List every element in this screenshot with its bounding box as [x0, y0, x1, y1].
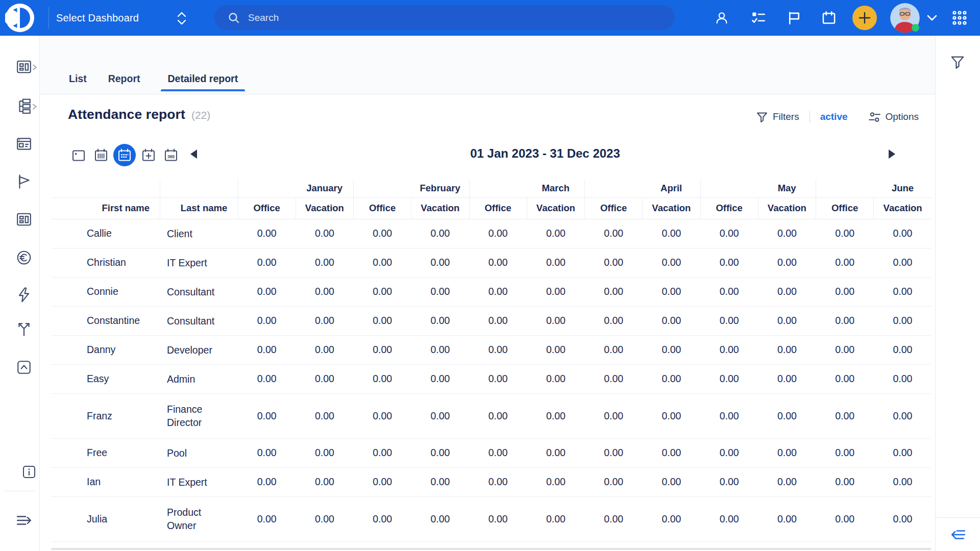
value-cell: 0.00 — [874, 335, 932, 364]
topbar-divider — [48, 7, 49, 29]
month-group-header: April — [585, 180, 701, 197]
office-header: Office — [469, 197, 527, 219]
previous-period-button[interactable] — [183, 143, 205, 165]
view-week-button[interactable] — [91, 145, 111, 165]
report-title: Attendance report — [68, 107, 185, 122]
period-row: 365 01 Jan 2023 - 31 Dec 2023 — [40, 135, 935, 181]
org-structure-icon — [16, 98, 32, 114]
search-bar[interactable] — [214, 5, 675, 30]
online-status-dot — [912, 24, 919, 32]
view-day-button[interactable] — [68, 145, 88, 165]
value-cell: 0.00 — [354, 248, 411, 277]
value-cell: 0.00 — [758, 306, 816, 335]
tasks-button[interactable] — [751, 11, 766, 25]
last-name-cell: IT Expert — [160, 248, 238, 277]
filters-button[interactable]: Filters — [756, 111, 799, 123]
chevron-right-icon[interactable] — [32, 104, 38, 110]
panel-bottom-bar — [936, 517, 980, 551]
split-arrows-icon — [16, 321, 32, 337]
active-filter-link[interactable]: active — [820, 111, 848, 122]
calendar-add-icon — [141, 147, 156, 163]
report-count: (22) — [191, 109, 210, 121]
tabs-row: List Report Detailed report — [40, 36, 935, 94]
value-cell: 0.00 — [758, 496, 816, 541]
options-button[interactable]: Options — [868, 111, 919, 123]
sidebar-item-workflows[interactable] — [16, 321, 32, 337]
value-cell: 0.00 — [469, 219, 527, 248]
tab-detailed-report[interactable]: Detailed report — [161, 73, 246, 85]
dashboard-selector-label: Select Dashboard — [56, 12, 139, 24]
value-cell: 0.00 — [643, 467, 700, 496]
right-panel — [935, 36, 980, 551]
sidebar-item-reports[interactable] — [16, 211, 32, 228]
user-button[interactable] — [715, 11, 729, 25]
power-logo-icon — [5, 3, 35, 33]
value-cell: 0.00 — [354, 438, 411, 467]
view-custom-button[interactable] — [138, 145, 158, 165]
info-button[interactable] — [21, 464, 38, 481]
sidebar-item-dashboard[interactable] — [16, 59, 32, 75]
browser-form-icon — [16, 136, 32, 152]
chevron-right-icon[interactable] — [32, 64, 38, 70]
tab-list[interactable]: List — [68, 73, 88, 85]
collapse-sidebar-button[interactable] — [16, 512, 32, 529]
value-cell: 0.00 — [469, 496, 527, 541]
sidebar-item-automation[interactable] — [16, 287, 32, 303]
value-cell: 0.00 — [816, 219, 874, 248]
first-name-cell: Christian — [51, 248, 160, 277]
value-cell: 0.00 — [411, 467, 469, 496]
search-input[interactable] — [248, 12, 636, 23]
title-row: Attendance report (22) Filters active — [40, 94, 935, 135]
last-name-cell: Finance Director — [160, 393, 238, 438]
funnel-icon — [950, 54, 965, 69]
value-cell: 0.00 — [354, 277, 411, 306]
horizontal-scrollbar[interactable] — [51, 548, 932, 550]
chevron-updown-icon[interactable] — [176, 11, 187, 26]
euro-icon — [16, 249, 32, 266]
tabs: List Report Detailed report — [68, 68, 245, 89]
left-sidebar — [0, 36, 40, 551]
office-header: Office — [585, 197, 643, 219]
month-group-header: March — [469, 180, 585, 197]
sidebar-item-structure[interactable] — [16, 98, 32, 114]
table-row: ChristianIT Expert0.000.000.000.000.000.… — [51, 248, 932, 277]
value-cell: 0.00 — [585, 306, 643, 335]
value-cell: 0.00 — [469, 335, 527, 364]
sidebar-item-finance[interactable] — [16, 249, 32, 266]
apps-grid-icon[interactable] — [951, 10, 968, 26]
view-year-button[interactable]: 365 — [161, 145, 181, 165]
panel-filter-button[interactable] — [950, 54, 965, 69]
value-cell: 0.00 — [700, 306, 758, 335]
avatar[interactable] — [890, 3, 920, 33]
add-button[interactable] — [852, 6, 877, 30]
value-cell: 0.00 — [354, 467, 411, 496]
value-cell: 0.00 — [585, 393, 643, 438]
column-header-row: First name Last name OfficeVacationOffic… — [51, 197, 932, 219]
sidebar-item-export[interactable] — [16, 359, 32, 375]
value-cell: 0.00 — [874, 277, 932, 306]
table-row: CallieClient0.000.000.000.000.000.000.00… — [51, 219, 932, 248]
dashboard-selector[interactable]: Select Dashboard — [56, 0, 139, 36]
value-cell: 0.00 — [816, 364, 874, 393]
value-cell: 0.00 — [585, 467, 643, 496]
brand-logo[interactable] — [5, 3, 35, 33]
sidebar-item-milestones[interactable] — [16, 173, 32, 190]
collapse-panel-icon[interactable] — [950, 527, 966, 543]
value-cell: 0.00 — [527, 393, 584, 438]
last-name-cell: Client — [160, 219, 238, 248]
flag-button[interactable] — [787, 11, 801, 25]
sidebar-item-forms[interactable] — [16, 136, 32, 152]
tab-report[interactable]: Report — [107, 73, 141, 85]
value-cell: 0.00 — [700, 335, 758, 364]
arrow-left-icon — [190, 149, 198, 159]
value-cell: 0.00 — [585, 248, 643, 277]
date-range-label[interactable]: 01 Jan 2023 - 31 Dec 2023 — [275, 142, 816, 165]
value-cell: 0.00 — [354, 306, 411, 335]
pennant-flag-icon — [16, 173, 32, 190]
vacation-header: Vacation — [527, 197, 584, 219]
view-month-button[interactable] — [113, 144, 136, 166]
chevron-down-icon[interactable] — [927, 15, 937, 21]
calendar-button[interactable] — [822, 11, 836, 25]
next-period-button[interactable] — [880, 143, 903, 165]
value-cell: 0.00 — [874, 496, 932, 541]
